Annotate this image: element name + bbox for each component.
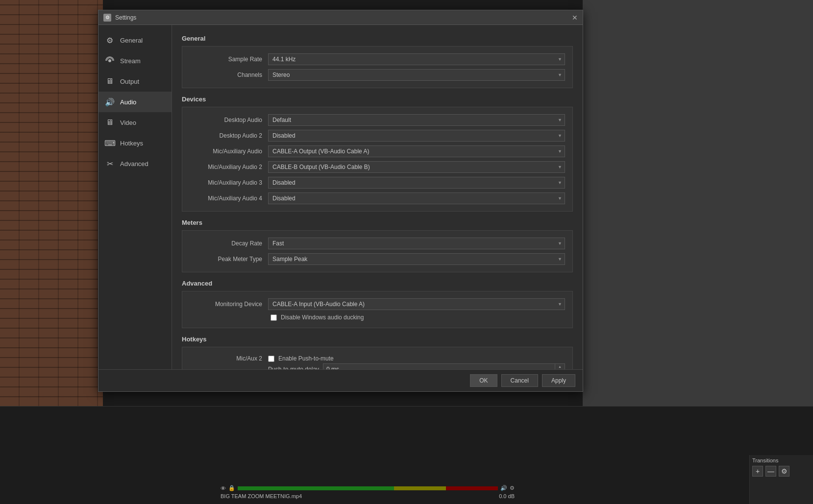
section-general-header: General bbox=[182, 35, 573, 42]
settings-window: ⚙ Settings ✕ ⚙ General Stream bbox=[98, 10, 583, 392]
sample-rate-control: 44.1 kHz 48 kHz bbox=[268, 53, 565, 65]
transitions-panel: Transitions + — ⚙ bbox=[749, 455, 813, 504]
sidebar-label-advanced: Advanced bbox=[120, 160, 148, 168]
ok-button[interactable]: OK bbox=[470, 374, 497, 387]
desktop-audio2-row: Desktop Audio 2 Disabled bbox=[182, 128, 572, 144]
enable-push-mute-checkbox[interactable] bbox=[268, 356, 274, 362]
section-meters-header: Meters bbox=[182, 219, 573, 226]
mic-audio2-control: CABLE-B Output (VB-Audio Cable B) bbox=[268, 161, 565, 173]
push-mute-delay-up[interactable]: ▲ bbox=[555, 364, 565, 369]
peak-meter-select[interactable]: Sample Peak True Peak bbox=[268, 253, 565, 265]
sidebar-item-stream[interactable]: Stream bbox=[99, 50, 172, 71]
general-group: Sample Rate 44.1 kHz 48 kHz Channels bbox=[182, 46, 573, 88]
decay-rate-control: Fast Medium Slow bbox=[268, 238, 565, 249]
decay-rate-select[interactable]: Fast Medium Slow bbox=[268, 238, 565, 249]
volume-icon[interactable]: 🔊 bbox=[500, 485, 507, 491]
desktop-audio-select[interactable]: Default bbox=[268, 114, 565, 126]
bottom-panel: ▶ BIG TEAM ZC T Text (GDI+) 20X - Scene … bbox=[0, 406, 813, 504]
hotkey-micaux2-label: Mic/Aux 2 bbox=[190, 355, 268, 362]
output-icon: 🖥 bbox=[104, 76, 115, 87]
monitoring-device-row: Monitoring Device CABLE-A Input (VB-Audi… bbox=[182, 296, 572, 312]
monitoring-device-control: CABLE-A Input (VB-Audio Cable A) bbox=[268, 298, 565, 310]
media-source-label: BIG TEAM ZOOM MEETNIG.mp4 bbox=[221, 493, 302, 499]
lock-icon[interactable]: 🔒 bbox=[228, 485, 235, 491]
hotkeys-icon: ⌨ bbox=[104, 138, 115, 148]
decay-rate-label: Decay Rate bbox=[190, 240, 268, 247]
sample-rate-label: Sample Rate bbox=[190, 56, 268, 63]
desktop-audio2-control: Disabled bbox=[268, 130, 565, 142]
transitions-buttons: + — ⚙ bbox=[752, 466, 811, 477]
section-devices-header: Devices bbox=[182, 96, 573, 103]
transitions-title: Transitions bbox=[752, 457, 811, 463]
disable-ducking-checkbox[interactable] bbox=[271, 314, 277, 321]
title-bar: ⚙ Settings ✕ bbox=[99, 10, 583, 25]
sidebar: ⚙ General Stream 🖥 Output 🔊 A bbox=[99, 25, 172, 391]
sidebar-label-hotkeys: Hotkeys bbox=[120, 140, 143, 147]
advanced-group: Monitoring Device CABLE-A Input (VB-Audi… bbox=[182, 291, 573, 328]
transitions-add-button[interactable]: + bbox=[752, 466, 763, 477]
mic-audio3-select[interactable]: Disabled bbox=[268, 177, 565, 189]
media-controls: 👁 🔒 🔊 ⚙ bbox=[221, 485, 515, 491]
sidebar-label-general: General bbox=[120, 37, 143, 44]
cancel-button[interactable]: Cancel bbox=[501, 374, 538, 387]
desktop-audio2-select[interactable]: Disabled bbox=[268, 130, 565, 142]
channels-select-wrapper: Stereo Mono bbox=[268, 69, 565, 81]
sidebar-item-advanced[interactable]: ✂ Advanced bbox=[99, 153, 172, 174]
monitoring-device-select[interactable]: CABLE-A Input (VB-Audio Cable A) bbox=[268, 298, 565, 310]
mic-audio4-select[interactable]: Disabled bbox=[268, 192, 565, 204]
content-area: General Sample Rate 44.1 kHz 48 kHz bbox=[172, 25, 583, 391]
bottom-bar: OK Cancel Apply bbox=[99, 369, 583, 391]
volume-bar bbox=[238, 486, 498, 490]
mic-audio4-row: Mic/Auxiliary Audio 4 Disabled bbox=[182, 191, 572, 206]
settings-icon[interactable]: ⚙ bbox=[510, 485, 515, 491]
sidebar-item-general[interactable]: ⚙ General bbox=[99, 30, 172, 50]
sample-rate-select[interactable]: 44.1 kHz 48 kHz bbox=[268, 53, 565, 65]
desktop-audio2-label: Desktop Audio 2 bbox=[190, 132, 268, 139]
channels-select[interactable]: Stereo Mono bbox=[268, 69, 565, 81]
sidebar-label-audio: Audio bbox=[120, 98, 136, 106]
mic-audio-control: CABLE-A Output (VB-Audio Cable A) bbox=[268, 145, 565, 157]
close-button[interactable]: ✕ bbox=[572, 14, 578, 22]
devices-group: Desktop Audio Default Desktop Audio 2 bbox=[182, 107, 573, 212]
peak-meter-control: Sample Peak True Peak bbox=[268, 253, 565, 265]
mic-audio2-label: Mic/Auxiliary Audio 2 bbox=[190, 164, 268, 170]
monitoring-device-label: Monitoring Device bbox=[190, 301, 268, 308]
sidebar-item-hotkeys[interactable]: ⌨ Hotkeys bbox=[99, 133, 172, 153]
video-icon: 🖥 bbox=[104, 117, 115, 128]
media-volume-label: 0.0 dB bbox=[499, 493, 515, 499]
section-hotkeys-header: Hotkeys bbox=[182, 336, 573, 343]
sample-rate-row: Sample Rate 44.1 kHz 48 kHz bbox=[182, 51, 572, 67]
enable-push-mute-row: Enable Push-to-mute bbox=[268, 355, 565, 362]
peak-meter-label: Peak Meter Type bbox=[190, 256, 268, 263]
disable-ducking-row: Disable Windows audio ducking bbox=[182, 312, 572, 323]
mic-audio3-control: Disabled bbox=[268, 177, 565, 189]
eye-icon[interactable]: 👁 bbox=[221, 485, 226, 491]
window-title: Settings bbox=[115, 14, 136, 21]
sidebar-item-video[interactable]: 🖥 Video bbox=[99, 112, 172, 133]
media-label-row: BIG TEAM ZOOM MEETNIG.mp4 0.0 dB bbox=[221, 493, 515, 499]
transitions-remove-button[interactable]: — bbox=[765, 466, 776, 477]
mic-audio4-control: Disabled bbox=[268, 192, 565, 204]
disable-ducking-label[interactable]: Disable Windows audio ducking bbox=[281, 314, 364, 321]
enable-push-mute-label[interactable]: Enable Push-to-mute bbox=[278, 355, 334, 362]
mic-audio3-label: Mic/Auxiliary Audio 3 bbox=[190, 179, 268, 186]
sidebar-label-video: Video bbox=[120, 119, 136, 126]
sidebar-item-audio[interactable]: 🔊 Audio bbox=[99, 92, 172, 112]
mic-audio-select[interactable]: CABLE-A Output (VB-Audio Cable A) bbox=[268, 145, 565, 157]
desktop-audio-label: Desktop Audio bbox=[190, 117, 268, 123]
mic-audio2-select[interactable]: CABLE-B Output (VB-Audio Cable B) bbox=[268, 161, 565, 173]
peak-meter-row: Peak Meter Type Sample Peak True Peak bbox=[182, 251, 572, 267]
media-bar: 👁 🔒 🔊 ⚙ BIG TEAM ZOOM MEETNIG.mp4 0.0 dB bbox=[221, 485, 515, 499]
audio-icon: 🔊 bbox=[104, 96, 115, 107]
svg-point-0 bbox=[108, 59, 111, 62]
window-body: ⚙ General Stream 🖥 Output 🔊 A bbox=[99, 25, 583, 391]
mic-audio4-label: Mic/Auxiliary Audio 4 bbox=[190, 195, 268, 202]
mic-audio-label: Mic/Auxiliary Audio bbox=[190, 148, 268, 155]
sidebar-label-output: Output bbox=[120, 78, 139, 85]
sidebar-label-stream: Stream bbox=[120, 57, 141, 65]
channels-control: Stereo Mono bbox=[268, 69, 565, 81]
apply-button[interactable]: Apply bbox=[542, 374, 575, 387]
transitions-settings-button[interactable]: ⚙ bbox=[779, 466, 789, 477]
sidebar-item-output[interactable]: 🖥 Output bbox=[99, 71, 172, 92]
desktop-audio-control: Default bbox=[268, 114, 565, 126]
